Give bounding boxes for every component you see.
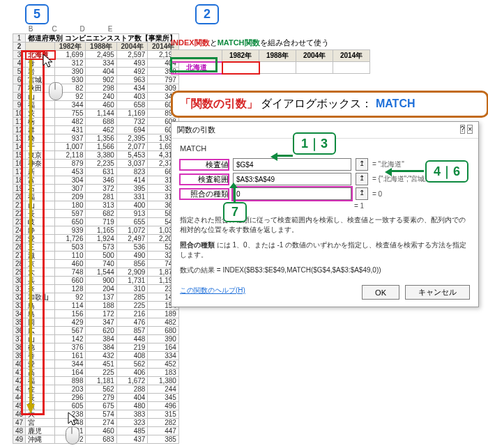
table-row[interactable]: 40愛344451562452 <box>13 360 179 369</box>
arg-label-lookup-array: 検査範囲 <box>180 174 229 185</box>
cursor-icon <box>42 53 54 68</box>
callout-7: 7 <box>223 202 247 222</box>
callout-2: 2 <box>195 4 219 24</box>
callout-5: 5 <box>25 4 49 24</box>
table-row[interactable]: 49沖縄492683437385 <box>13 435 179 444</box>
table-row[interactable]: 36広567620857680 <box>13 327 179 335</box>
table-row[interactable]: 35岡429347476482 <box>13 318 179 327</box>
table-row[interactable]: 29大7481,5442,9091,877 <box>13 268 179 277</box>
table-row[interactable]: 48鹿児391460485447 <box>13 427 179 435</box>
table-row[interactable]: 9福344460658608 <box>13 101 179 109</box>
table-row[interactable]: 10茨7551,1441,169899 <box>13 109 179 118</box>
help-link[interactable]: この関数のヘルプ(H) <box>180 286 245 295</box>
col-head: B <box>21 25 40 33</box>
arg-result: = 0 <box>372 190 382 198</box>
cursor-icon <box>67 411 79 426</box>
table-row[interactable]: 7秋田82298434309 <box>13 84 179 93</box>
right-formula-area: INDEX関数とMATCH関数を組み合わせて使う 1982年 1988年 200… <box>171 38 370 74</box>
table-row[interactable]: 46大238574383315 <box>13 410 179 419</box>
table-row[interactable]: 39香161432408334 <box>13 352 179 360</box>
ok-button[interactable]: OK <box>362 285 399 300</box>
table-row[interactable]: 3北海道1,6992,4952,5972,194 <box>13 51 179 59</box>
table-row[interactable]: 33鳥114188225154 <box>13 302 179 310</box>
table-row[interactable]: 37山142384448390 <box>13 335 179 343</box>
table-row[interactable]: 22長597682913587 <box>13 210 179 218</box>
collapse-dialog-icon[interactable]: ↥ <box>356 187 368 200</box>
year-cell: 2014年 <box>333 50 370 62</box>
table-row[interactable]: 28京460740856741 <box>13 260 179 268</box>
year-head: 1982年 <box>55 43 86 51</box>
table-row[interactable]: 38徳376384219164 <box>13 343 179 352</box>
drag-arrow-stem <box>29 60 32 407</box>
sheet-title: 都道府県別 コンビニエンスストア数【事業所】 <box>26 34 179 43</box>
arrow-to-lookup-value <box>277 155 293 157</box>
table-row[interactable]: 27滋110500490326 <box>13 252 179 260</box>
table-row[interactable]: 8山92240403344 <box>13 93 179 101</box>
callout-13: 1｜3 <box>293 132 336 155</box>
table-row[interactable]: 45熊605675480496 <box>13 402 179 410</box>
instruction-box: 「関数の引数」 ダイアログボックス： MATCH <box>171 91 488 118</box>
text-index: INDEX関数 <box>171 38 210 47</box>
table-row[interactable]: 5岩390404492398 <box>13 68 179 76</box>
table-row[interactable]: 12群431462694606 <box>13 126 179 134</box>
table-row[interactable]: 19石307372395334 <box>13 185 179 193</box>
arrow-to-match-type <box>234 187 236 202</box>
table-row[interactable]: 24静9391,1651,0721,030 <box>13 226 179 235</box>
arg-label-lookup-value: 検査値 <box>180 160 229 170</box>
arrow-to-lookup-array <box>392 170 424 172</box>
year-cell: 1988年 <box>259 50 296 62</box>
table-row[interactable]: 42福8981,1811,6721,380 <box>13 377 179 385</box>
table-row[interactable]: 44長296279404345 <box>13 394 179 402</box>
table-row[interactable]: 20福209281331318 <box>13 193 179 201</box>
collapse-dialog-icon[interactable]: ↥ <box>356 173 368 185</box>
callout-46: 4｜6 <box>425 160 468 183</box>
arg-label-match-type: 照合の種類 <box>180 189 229 199</box>
year-head: 1988年 <box>86 43 116 51</box>
table-row[interactable]: 43佐203562288244 <box>13 385 179 394</box>
table-row[interactable]: 21山180313400361 <box>13 201 179 210</box>
arg-input-lookup-array[interactable] <box>233 173 351 185</box>
col-head: D <box>68 25 96 33</box>
dialog-help-button[interactable]: ? <box>460 125 466 134</box>
table-row[interactable]: 11栃482688732608 <box>13 118 179 126</box>
drag-arrow-head <box>26 404 35 414</box>
table-row[interactable]: 17新453631823660 <box>13 168 179 176</box>
collapse-dialog-icon[interactable]: ↥ <box>356 158 368 171</box>
result-cell[interactable] <box>222 62 259 74</box>
table-row[interactable]: 18富304346414314 <box>13 176 179 185</box>
table-row[interactable]: 34島156172216189 <box>13 310 179 318</box>
table-row[interactable]: 16神奈8792,2353,0372,373 <box>13 160 179 168</box>
arrow-head-up <box>229 183 238 188</box>
table-row[interactable]: 31奈128204310235 <box>13 285 179 293</box>
table-row[interactable]: 25愛1,7261,9242,4972,204 <box>13 235 179 243</box>
year-cell: 2004年 <box>296 50 333 62</box>
table-row[interactable]: 14千1,0071,5662,0771,694 <box>13 143 179 151</box>
lookup-key-cell[interactable]: 北海道 <box>171 62 222 74</box>
result-label: 数式の結果 = <box>180 266 222 274</box>
table-row[interactable]: 23岐650719655548 <box>13 218 179 226</box>
col-head: E <box>96 25 124 33</box>
year-head: 2004年 <box>116 43 147 51</box>
result-formula: INDEX($B$3:$E$49,MATCH($G$4,$A$3:$A$49,0… <box>222 266 381 274</box>
table-row[interactable]: 47宮248274323282 <box>13 419 179 427</box>
year-cell: 1982年 <box>222 50 259 62</box>
cancel-button[interactable]: キャンセル <box>405 285 470 300</box>
arg-input-match-type[interactable] <box>233 187 351 200</box>
table-row[interactable]: 30兵6609001,7311,190 <box>13 277 179 285</box>
text-match: MATCH関数 <box>218 38 260 47</box>
arg-description: 照合の種類 には 1、0、または -1 の数値のいずれかを指定し、検査値を検索す… <box>180 240 470 260</box>
dialog-title: 関数の引数 <box>177 125 215 135</box>
lookup-table[interactable]: 1982年 1988年 2004年 2014年 北海道 <box>171 49 370 74</box>
table-row[interactable]: 32和歌山92137285145 <box>13 293 179 302</box>
table-row[interactable]: 6宮城930902963797 <box>13 76 179 84</box>
table-row[interactable]: 41高164225406183 <box>13 369 179 377</box>
table-row[interactable]: 26三503573536525 <box>13 243 179 252</box>
mouse-icon <box>49 82 63 102</box>
table-row[interactable]: 4青312334493404 <box>13 59 179 68</box>
dialog-close-button[interactable]: × <box>467 125 473 134</box>
table-row[interactable]: 15東京2,1183,3805,4534,319 <box>13 151 179 160</box>
spreadsheet-left[interactable]: 1都道府県別 コンビニエンスストア数【事業所】 2 1982年 1988年 20… <box>13 33 179 444</box>
mouse-icon <box>66 426 79 446</box>
arg-input-lookup-value[interactable] <box>233 158 351 171</box>
table-row[interactable]: 13埼9371,3562,3951,930 <box>13 134 179 143</box>
